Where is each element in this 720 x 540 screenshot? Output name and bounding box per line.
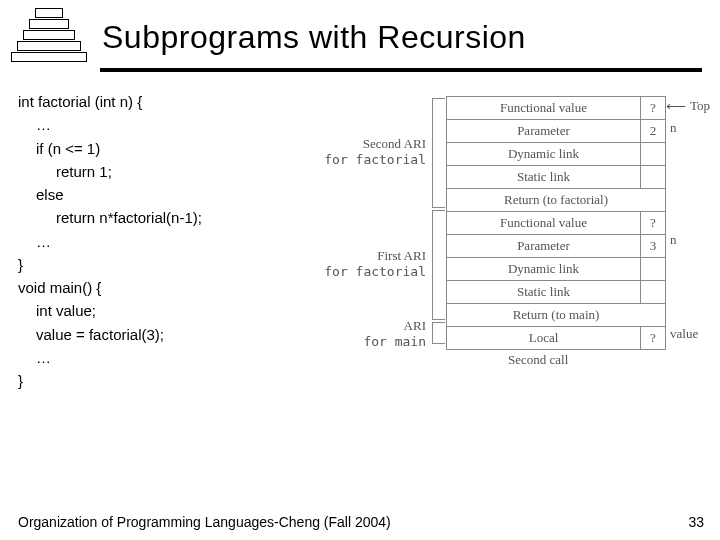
var-label: value [670, 326, 698, 342]
code-line: int factorial (int n) { [18, 90, 308, 113]
code-line: return n*factorial(n-1); [18, 206, 308, 229]
code-line: return 1; [18, 160, 308, 183]
code-line: … [18, 113, 308, 136]
code-line: … [18, 346, 308, 369]
ari-label: First ARI for factorial [316, 248, 426, 279]
var-label: n [670, 120, 677, 136]
stack-row: Dynamic link [447, 143, 665, 166]
brace-icon [432, 98, 445, 208]
code-line: … [18, 230, 308, 253]
stack-table: Functional value? Parameter2 Dynamic lin… [446, 96, 666, 350]
var-label: n [670, 232, 677, 248]
stack-row: Parameter2 [447, 120, 665, 143]
arrow-left-icon: ⟵ [666, 98, 686, 115]
stack-row: Return (to factorial) [447, 189, 665, 212]
code-line: if (n <= 1) [18, 137, 308, 160]
code-line: value = factorial(3); [18, 323, 308, 346]
stack-diagram: Second ARI for factorial First ARI for f… [308, 90, 706, 392]
stack-row: Static link [447, 281, 665, 304]
stack-row: Local? [447, 327, 665, 349]
stack-row: Static link [447, 166, 665, 189]
code-line: } [18, 253, 308, 276]
slide-header: Subprograms with Recursion [0, 0, 720, 66]
code-line: void main() { [18, 276, 308, 299]
stack-row: Parameter3 [447, 235, 665, 258]
brace-icon [432, 322, 445, 344]
code-line: } [18, 369, 308, 392]
diagram-caption: Second call [508, 352, 568, 368]
stack-row: Dynamic link [447, 258, 665, 281]
ari-label: Second ARI for factorial [316, 136, 426, 167]
code-line: int value; [18, 299, 308, 322]
stack-row: Functional value? [447, 212, 665, 235]
footer-text: Organization of Programming Languages-Ch… [18, 514, 391, 530]
top-label: Top [690, 98, 710, 114]
slide-content: int factorial (int n) { … if (n <= 1) re… [0, 72, 720, 392]
stack-row: Functional value? [447, 97, 665, 120]
code-line: else [18, 183, 308, 206]
brace-icon [432, 210, 445, 320]
slide-title: Subprograms with Recursion [102, 19, 526, 56]
stack-row: Return (to main) [447, 304, 665, 327]
page-number: 33 [688, 514, 704, 530]
ari-label: ARI for main [316, 318, 426, 349]
code-block: int factorial (int n) { … if (n <= 1) re… [18, 90, 308, 392]
pyramid-logo [10, 8, 88, 66]
